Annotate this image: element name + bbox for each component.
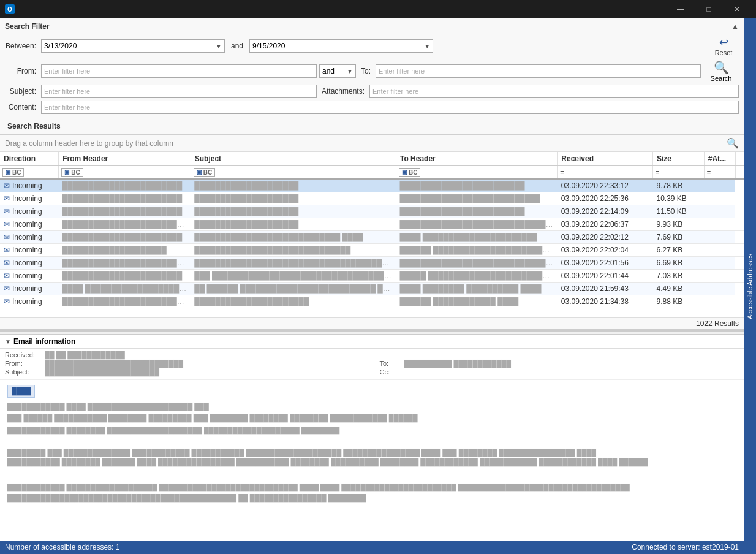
email-info-collapse-icon[interactable]: ▼ — [5, 338, 11, 345]
size-cell: 11.50 KB — [652, 205, 704, 218]
from-cell: ███████████████████████ — [59, 179, 191, 192]
subject-cell: ████████████████████████████████████████… — [191, 256, 396, 269]
col-size[interactable]: Size — [652, 152, 704, 166]
subject-cell: ██████████████████████████████ — [191, 243, 396, 256]
reset-button[interactable]: ↩ Reset — [708, 34, 739, 58]
col-attachments[interactable]: #At... — [704, 152, 735, 166]
from-meta-label: From: — [5, 360, 45, 367]
table-row[interactable]: ✉ Incoming ████████████████████████ ████… — [0, 295, 744, 308]
from-cell: ███████████████████████ — [59, 269, 191, 282]
table-row[interactable]: ✉ Incoming ███████████████████████ █████… — [0, 230, 744, 243]
results-table-wrapper[interactable]: Direction From Header Subject To Header … — [0, 152, 744, 317]
received-row: Received: ██ ██ ████████████ — [5, 351, 739, 359]
direction-value: Incoming — [12, 233, 42, 241]
drag-header: Drag a column header here to group by th… — [0, 135, 744, 152]
minimize-button[interactable]: — — [667, 0, 695, 18]
email-body-wrapper[interactable]: ████ ████████████ ████ █████████████████… — [0, 380, 744, 541]
collapse-search-icon[interactable]: ▲ — [731, 22, 739, 31]
attachments-cell — [704, 179, 735, 192]
search-results-title: Search Results — [7, 122, 61, 131]
table-row[interactable]: ✉ Incoming ████ ██████████████████ ████ … — [0, 282, 744, 295]
results-table: Direction From Header Subject To Header … — [0, 152, 744, 308]
right-sidebar[interactable]: Accessible Addresses — [744, 18, 756, 554]
direction-cell: ✉ Incoming — [0, 243, 59, 256]
search-label[interactable]: Search — [711, 75, 732, 82]
main-wrapper: Search Filter ▲ Between: 3/13/2020 ▼ and… — [0, 18, 756, 554]
col-subject[interactable]: Subject — [191, 152, 396, 166]
to-meta-label: To: — [380, 360, 404, 367]
direction-cell: ✉ Incoming — [0, 218, 59, 230]
size-cell: 6.69 KB — [652, 256, 704, 269]
search-icon[interactable]: 🔍 — [714, 60, 729, 75]
attachments-input[interactable] — [369, 85, 739, 98]
content-input[interactable] — [41, 101, 739, 114]
results-count: 1022 Results — [0, 317, 744, 329]
col-to[interactable]: To Header — [396, 152, 557, 166]
table-row[interactable]: ✉ Incoming ████████████████████ ████████… — [0, 243, 744, 256]
subject-cell: ████████████████████████████ ████ — [191, 230, 396, 243]
connector-arrow-icon: ▼ — [347, 68, 353, 75]
email-icon: ✉ — [4, 181, 10, 190]
action-buttons: ↩ Reset — [708, 34, 739, 58]
table-row[interactable]: ✉ Incoming ████████████████████████ ████… — [0, 218, 744, 230]
maximize-button[interactable]: □ — [695, 0, 723, 18]
subject-cell: ████████████████████ — [191, 218, 396, 230]
email-from-tag: ████ — [7, 385, 35, 398]
email-icon: ✉ — [4, 220, 10, 229]
subject-input[interactable] — [41, 85, 317, 98]
app-icon: O — [5, 4, 15, 14]
table-row[interactable]: ✉ Incoming ███████████████████████ █████… — [0, 205, 744, 218]
date-from-dropdown[interactable]: 3/13/2020 ▼ — [41, 39, 225, 53]
from-cell: ████████████████████████ — [59, 256, 191, 269]
filter-received[interactable]: = — [558, 166, 653, 179]
from-input[interactable] — [41, 64, 317, 78]
received-cell: 03.09.2020 21:34:38 — [558, 295, 653, 308]
email-info-section: ▼ Email information Received: ██ ██ ████… — [0, 335, 744, 541]
to-cell: ████ ██████████████████████ — [396, 230, 557, 243]
col-scroll-placeholder — [735, 152, 744, 166]
table-row[interactable]: ✉ Incoming ████████████████████████ ████… — [0, 256, 744, 269]
table-row[interactable]: ✉ Incoming ███████████████████████ █████… — [0, 179, 744, 192]
filter-subject[interactable]: ▣BC — [191, 166, 396, 179]
attachments-label: Attachments: — [319, 87, 367, 96]
app-icon-letter: O — [7, 6, 12, 13]
filter-from[interactable]: ▣BC — [59, 166, 191, 179]
filter-to[interactable]: ▣BC — [396, 166, 557, 179]
col-direction[interactable]: Direction — [0, 152, 59, 166]
to-input[interactable] — [376, 64, 701, 78]
from-cell: ███████████████████████ — [59, 192, 191, 205]
zoom-icon[interactable]: 🔍 — [727, 137, 739, 149]
from-cell: ████ ██████████████████ ████ ███ — [59, 282, 191, 295]
filter-direction[interactable]: ▣BC — [0, 166, 59, 179]
attachments-cell — [704, 230, 735, 243]
col-from[interactable]: From Header — [59, 152, 191, 166]
filter-size[interactable]: = — [652, 166, 704, 179]
email-icon: ✉ — [4, 194, 10, 203]
subject-row: Subject: ████████████████████████ Cc: — [5, 368, 739, 376]
table-row[interactable]: ✉ Incoming ███████████████████████ █████… — [0, 192, 744, 205]
reset-label: Reset — [715, 49, 733, 56]
received-cell: 03.09.2020 21:59:43 — [558, 282, 653, 295]
to-cell: ██████ ████████████ ████ — [396, 295, 557, 308]
col-received[interactable]: Received — [558, 152, 653, 166]
received-value: ██ ██ ████████████ — [45, 351, 739, 359]
direction-cell: ✉ Incoming — [0, 205, 59, 218]
email-icon: ✉ — [4, 259, 10, 267]
date-to-dropdown[interactable]: 9/15/2020 ▼ — [249, 39, 433, 53]
direction-value: Incoming — [12, 297, 42, 306]
table-row[interactable]: ✉ Incoming ███████████████████████ ███ █… — [0, 269, 744, 282]
received-cell: 03.09.2020 22:25:36 — [558, 192, 653, 205]
from-connector-dropdown[interactable]: and ▼ — [319, 64, 356, 78]
filter-attachments[interactable]: = — [704, 166, 735, 179]
from-meta-value: █████████████████████████████ — [45, 360, 380, 367]
body-para-2: ████████████ ███████████████████ ███████… — [7, 482, 736, 503]
from-cell: ████████████████████████ — [59, 295, 191, 308]
subject-label: Subject: — [5, 87, 39, 96]
date-to-value: 9/15/2020 — [252, 42, 285, 50]
subject-cell: ██████████████████████ — [191, 295, 396, 308]
direction-value: Incoming — [12, 284, 42, 293]
close-button[interactable]: ✕ — [723, 0, 751, 18]
statusbar-right: Connected to server: est2019-01 — [632, 543, 739, 552]
date-from-arrow-icon: ▼ — [216, 43, 222, 50]
subject-cell: ███ ████████████████████████████████████… — [191, 269, 396, 282]
